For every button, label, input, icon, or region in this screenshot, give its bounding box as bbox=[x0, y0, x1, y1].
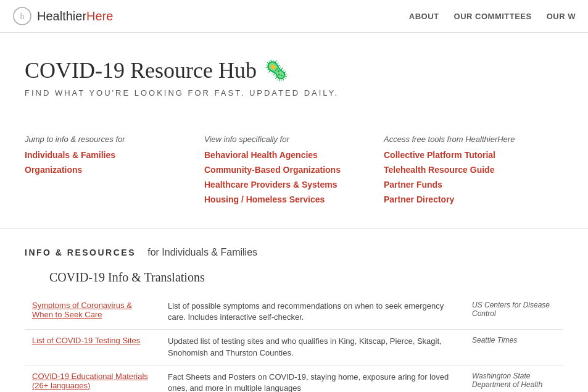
svg-text:h: h bbox=[20, 12, 25, 21]
jump-col-view: View info specifically for Behavioral He… bbox=[204, 135, 384, 209]
table-row: COVID-19 Educational Materials (26+ lang… bbox=[25, 365, 563, 392]
resource-table: Symptoms of Coronavirus & When to Seek C… bbox=[25, 294, 563, 392]
info-resources-section: INFO & RESOURCES for Individuals & Famil… bbox=[0, 228, 588, 392]
resource-link-2[interactable]: COVID-19 Educational Materials (26+ lang… bbox=[25, 365, 160, 392]
hero-title: COVID-19 Resource Hub 🦠 bbox=[25, 57, 563, 83]
resource-source-1: Seattle Times bbox=[465, 330, 563, 365]
hero-subtitle: FIND WHAT YOU'RE LOOKING FOR FAST. UPDAT… bbox=[25, 88, 563, 98]
jump-link-platform-tutorial[interactable]: Collective Platform Tutorial bbox=[384, 150, 551, 160]
jump-col-individuals: Jump to info & resources for Individuals… bbox=[25, 135, 204, 209]
main-nav: ABOUT OUR COMMITTEES OUR W bbox=[409, 12, 576, 21]
jump-col-label-view: View info specifically for bbox=[204, 135, 371, 144]
jump-link-partner-directory[interactable]: Partner Directory bbox=[384, 194, 551, 204]
jump-link-partner-funds[interactable]: Partner Funds bbox=[384, 180, 551, 190]
section-header-caps: INFO & RESOURCES bbox=[25, 248, 136, 257]
resource-source-2: Washington State Department of Health bbox=[465, 365, 563, 392]
resource-link-1[interactable]: List of COVID-19 Testing Sites bbox=[25, 330, 160, 365]
nav-committees[interactable]: OUR COMMITTEES bbox=[454, 12, 532, 21]
logo-text: HealthierHere bbox=[37, 9, 113, 23]
jump-link-healthcare[interactable]: Healthcare Providers & Systems bbox=[204, 180, 371, 190]
jump-link-telehealth-guide[interactable]: Telehealth Resource Guide bbox=[384, 165, 551, 175]
table-row: List of COVID-19 Testing Sites Updated l… bbox=[25, 330, 563, 365]
logo-icon: h bbox=[12, 6, 32, 26]
jump-link-housing[interactable]: Housing / Homeless Services bbox=[204, 194, 371, 204]
jump-col-label-individuals: Jump to info & resources for bbox=[25, 135, 192, 144]
resource-link-0[interactable]: Symptoms of Coronavirus & When to Seek C… bbox=[25, 294, 160, 330]
jump-link-individuals-families[interactable]: Individuals & Families bbox=[25, 150, 192, 160]
jump-col-tools: Access free tools from HealthierHere Col… bbox=[384, 135, 563, 209]
nav-ourw[interactable]: OUR W bbox=[547, 12, 576, 21]
resource-source-0: US Centers for Disease Control bbox=[465, 294, 563, 330]
logo-area[interactable]: h HealthierHere bbox=[12, 6, 113, 26]
resource-desc-1: Updated list of testing sites and who qu… bbox=[160, 330, 465, 365]
resource-desc-2: Fact Sheets and Posters on COVID-19, sta… bbox=[160, 365, 465, 392]
jump-links-section: Jump to info & resources for Individuals… bbox=[0, 128, 588, 228]
section-header: INFO & RESOURCES for Individuals & Famil… bbox=[25, 247, 563, 258]
subsection-title: COVID-19 Info & Translations bbox=[49, 270, 563, 285]
jump-link-cbo[interactable]: Community-Based Organizations bbox=[204, 165, 371, 175]
hero-section: COVID-19 Resource Hub 🦠 FIND WHAT YOU'RE… bbox=[0, 33, 588, 128]
table-row: Symptoms of Coronavirus & When to Seek C… bbox=[25, 294, 563, 330]
nav-about[interactable]: ABOUT bbox=[409, 12, 439, 21]
virus-icon: 🦠 bbox=[264, 59, 289, 82]
jump-col-label-tools: Access free tools from HealthierHere bbox=[384, 135, 551, 144]
section-header-suffix: for Individuals & Families bbox=[147, 247, 257, 257]
jump-link-organizations[interactable]: Organizations bbox=[25, 165, 192, 175]
resource-desc-0: List of possible symptoms and recommenda… bbox=[160, 294, 465, 330]
site-header: h HealthierHere ABOUT OUR COMMITTEES OUR… bbox=[0, 0, 588, 33]
jump-link-behavioral-health[interactable]: Behavioral Health Agencies bbox=[204, 150, 371, 160]
